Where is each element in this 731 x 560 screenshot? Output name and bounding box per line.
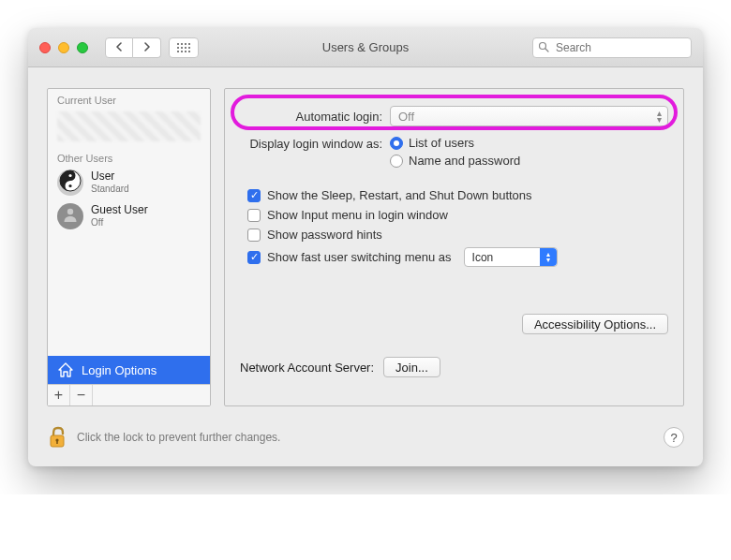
- accessibility-row: Accessibility Options...: [240, 314, 668, 334]
- radio-list-of-users[interactable]: List of users: [390, 136, 520, 150]
- other-users-header: Other Users: [48, 147, 210, 166]
- network-account-server-row: Network Account Server: Join...: [240, 357, 668, 377]
- footer: Click the lock to prevent further change…: [28, 416, 703, 466]
- login-options-label: Login Options: [82, 363, 157, 377]
- svg-line-1: [545, 49, 548, 52]
- checkbox-icon: [247, 209, 261, 222]
- radio-label: List of users: [409, 136, 474, 150]
- remove-user-button[interactable]: −: [70, 385, 93, 405]
- popup-arrows-icon: ▴▾: [657, 110, 662, 123]
- sidebar-user-row[interactable]: Guest User Off: [48, 199, 210, 233]
- checkbox-label: Show Input menu in login window: [267, 208, 448, 222]
- checkbox-input-menu[interactable]: Show Input menu in login window: [240, 208, 668, 222]
- radio-name-and-password[interactable]: Name and password: [390, 154, 520, 168]
- automatic-login-label: Automatic login:: [240, 110, 390, 124]
- join-button[interactable]: Join...: [383, 357, 440, 377]
- nav-buttons: [105, 37, 161, 58]
- fast-user-switching-popup[interactable]: Icon ▴▾: [464, 247, 558, 267]
- content-area: Current User Other Users: [28, 67, 703, 416]
- automatic-login-popup[interactable]: Off ▴▾: [390, 106, 668, 126]
- svg-point-5: [67, 209, 73, 214]
- window-controls: [39, 42, 88, 53]
- checkbox-label: Show fast user switching menu as: [267, 250, 452, 264]
- lock-text: Click the lock to prevent further change…: [77, 431, 280, 444]
- chevron-right-icon: [143, 40, 151, 54]
- forward-button[interactable]: [133, 37, 161, 58]
- user-sidebar: Current User Other Users: [47, 88, 211, 406]
- search-field-wrap: [532, 37, 692, 58]
- accessibility-options-button[interactable]: Accessibility Options...: [522, 314, 668, 334]
- avatar: [57, 203, 83, 229]
- user-subtitle: Standard: [91, 184, 129, 195]
- lock-icon[interactable]: [47, 425, 67, 449]
- user-name: Guest User: [91, 204, 148, 217]
- svg-point-3: [68, 174, 71, 177]
- titlebar: Users & Groups: [28, 28, 703, 67]
- minimize-window-button[interactable]: [58, 42, 69, 53]
- radio-label: Name and password: [409, 154, 520, 168]
- search-icon: [538, 41, 549, 55]
- display-login-label: Display login window as:: [240, 136, 390, 151]
- network-account-server-label: Network Account Server:: [240, 361, 374, 375]
- svg-point-4: [68, 184, 71, 187]
- user-name: User: [91, 170, 129, 184]
- svg-rect-8: [56, 440, 58, 444]
- yinyang-icon: [59, 169, 82, 196]
- checkbox-password-hints[interactable]: Show password hints: [240, 228, 668, 242]
- current-user-header: Current User: [48, 89, 210, 108]
- fast-user-switching-value: Icon: [472, 251, 494, 264]
- show-all-button[interactable]: [169, 37, 199, 58]
- prefs-window: Users & Groups Current User Other Users: [28, 28, 703, 466]
- checkbox-label: Show the Sleep, Restart, and Shut Down b…: [267, 188, 532, 202]
- back-button[interactable]: [105, 37, 133, 58]
- chevron-left-icon: [115, 40, 123, 54]
- login-options-row[interactable]: Login Options: [48, 356, 210, 384]
- avatar: [57, 169, 83, 196]
- person-icon: [62, 206, 79, 227]
- grid-icon: [177, 43, 190, 52]
- checkbox-icon: ✓: [247, 189, 261, 202]
- settings-panel: Automatic login: Off ▴▾ Display login wi…: [224, 88, 684, 406]
- sidebar-body: Current User Other Users: [48, 89, 210, 356]
- display-login-radios: List of users Name and password: [390, 136, 520, 168]
- add-user-button[interactable]: +: [48, 385, 70, 405]
- close-window-button[interactable]: [39, 42, 51, 53]
- help-button[interactable]: ?: [664, 427, 684, 448]
- display-login-row: Display login window as: List of users N…: [240, 136, 668, 168]
- checkbox-sleep-restart-shutdown[interactable]: ✓ Show the Sleep, Restart, and Shut Down…: [240, 188, 668, 202]
- zoom-window-button[interactable]: [77, 42, 88, 53]
- automatic-login-value: Off: [398, 110, 414, 124]
- sidebar-footer: + −: [48, 384, 210, 405]
- checkbox-icon: [247, 228, 261, 242]
- search-input[interactable]: [532, 37, 692, 58]
- radio-icon: [390, 137, 403, 150]
- current-user-row[interactable]: [57, 111, 201, 141]
- home-icon: [57, 361, 74, 378]
- checkbox-label: Show password hints: [267, 228, 382, 242]
- checkbox-fast-user-switching[interactable]: ✓ Show fast user switching menu as Icon …: [240, 247, 668, 267]
- user-subtitle: Off: [91, 217, 148, 228]
- radio-icon: [390, 155, 403, 168]
- checkbox-icon: ✓: [247, 251, 261, 264]
- popup-arrows-icon: ▴▾: [540, 248, 557, 266]
- svg-point-0: [540, 42, 546, 49]
- automatic-login-row: Automatic login: Off ▴▾: [240, 106, 668, 126]
- sidebar-user-row[interactable]: User Standard: [48, 166, 210, 199]
